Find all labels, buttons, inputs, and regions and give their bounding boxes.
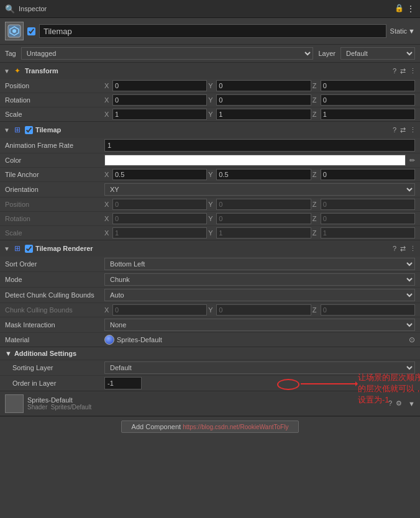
renderer-active-checkbox[interactable] — [25, 245, 33, 253]
sprite-shader-text: Shader Sprites/Default — [27, 404, 385, 411]
additional-settings-chevron[interactable]: ▼ — [5, 350, 12, 357]
renderer-settings-icon[interactable]: ⇄ — [400, 245, 406, 253]
anchor-z-input[interactable] — [321, 169, 415, 180]
detect-chunk-culling-row: Detect Chunk Culling Bounds Auto — [0, 288, 420, 303]
transform-menu-icon[interactable]: ⋮ — [409, 67, 416, 75]
tpos-z-label: Z — [313, 201, 320, 208]
additional-settings-header: ▼ Additional Settings — [0, 347, 420, 360]
tscale-z-label: Z — [313, 229, 320, 237]
transform-help-icon[interactable]: ? — [393, 67, 396, 75]
mask-interaction-select[interactable]: None — [104, 319, 415, 331]
renderer-help-icon[interactable]: ? — [393, 245, 396, 252]
color-field[interactable] — [104, 155, 406, 166]
tscale-y-input — [216, 227, 311, 239]
tilemap-active-checkbox[interactable] — [25, 126, 33, 134]
orientation-label: Orientation — [5, 186, 104, 193]
anchor-y-input[interactable] — [216, 169, 311, 180]
orientation-select[interactable]: XY — [104, 183, 415, 196]
detect-chunk-select[interactable]: Auto — [104, 289, 415, 301]
renderer-chevron[interactable]: ▼ — [4, 245, 10, 252]
rot-y-input[interactable] — [216, 94, 311, 106]
order-in-layer-input[interactable] — [104, 377, 142, 389]
material-label: Material — [5, 336, 104, 343]
add-component-label: Add Component — [132, 423, 181, 430]
material-sphere-icon — [104, 335, 114, 345]
transform-header: ▼ ✦ Transform ? ⇄ ⋮ — [0, 63, 420, 79]
scale-x-input[interactable] — [112, 109, 207, 120]
anim-frame-rate-label: Animation Frame Rate — [5, 142, 104, 149]
pos-y-input[interactable] — [216, 80, 311, 91]
pos-z-label: Z — [313, 82, 320, 89]
annotation-arrow — [301, 383, 357, 384]
tilemap-menu-icon[interactable]: ⋮ — [409, 126, 416, 134]
additional-settings-section: ▼ Additional Settings Sorting Layer Defa… — [0, 347, 420, 391]
tag-label: Tag — [5, 50, 16, 57]
static-dropdown-icon[interactable]: ▼ — [408, 27, 415, 35]
gameobject-name-input[interactable] — [39, 24, 386, 38]
transform-settings-icon[interactable]: ⇄ — [400, 67, 406, 75]
chunk-x-label: X — [104, 306, 112, 314]
renderer-title: Tilemap Renderer — [35, 245, 390, 252]
layer-select[interactable]: Default — [340, 47, 415, 60]
rot-x-input[interactable] — [112, 94, 207, 106]
title-bar: 🔍 Inspector 🔒 ⋮ — [0, 0, 420, 18]
scale-z-input[interactable] — [321, 109, 415, 120]
lock-icon[interactable]: 🔒 — [395, 4, 404, 14]
mode-select[interactable]: Chunk — [104, 273, 415, 286]
transform-rotation-label: Rotation — [5, 96, 104, 104]
rot-y-label: Y — [208, 96, 216, 104]
pos-x-input[interactable] — [112, 80, 207, 91]
eyedropper-icon[interactable]: ✏ — [409, 157, 415, 165]
trot-z-label: Z — [313, 215, 320, 222]
anim-frame-rate-input[interactable] — [104, 139, 415, 152]
tpos-x-input — [112, 199, 207, 210]
tpos-y-input — [216, 199, 311, 210]
add-component-bar: Add Component https://blog.csdn.net/Rook… — [0, 416, 420, 437]
material-value-container: Sprites-Default ⊙ — [104, 335, 415, 345]
chunk-culling-label: Chunk Culling Bounds — [5, 306, 104, 314]
rot-x-label: X — [104, 96, 112, 104]
tag-layer-row: Tag Untagged Layer Default — [0, 45, 420, 63]
pos-z-input[interactable] — [321, 80, 415, 91]
anim-frame-rate-row: Animation Frame Rate — [0, 138, 420, 153]
gameobject-header: Static ▼ — [0, 18, 420, 45]
transform-position-label: Position — [5, 82, 104, 89]
scale-z-label: Z — [313, 111, 320, 118]
tilemap-help-icon[interactable]: ? — [393, 126, 396, 134]
anchor-x-input[interactable] — [112, 169, 207, 180]
rot-z-input[interactable] — [321, 94, 415, 106]
anchor-x-label: X — [104, 171, 112, 178]
sprite-info: Sprites-Default Shader Sprites/Default — [27, 396, 385, 411]
material-target-icon[interactable]: ⊙ — [409, 335, 415, 344]
mode-row: Mode Chunk — [0, 272, 420, 288]
watermark-text: https://blog.csdn.net/RookieWantToFly — [183, 424, 288, 430]
tpos-y-label: Y — [208, 201, 216, 208]
layer-label: Layer — [318, 50, 336, 57]
transform-icon: ✦ — [12, 66, 22, 76]
color-label: Color — [5, 157, 104, 164]
renderer-menu-icon[interactable]: ⋮ — [409, 245, 416, 253]
annotation-oval — [277, 379, 299, 390]
material-row: Material Sprites-Default ⊙ — [0, 333, 420, 347]
scale-y-input[interactable] — [216, 109, 311, 120]
sorting-layer-label: Sorting Layer — [5, 364, 104, 371]
tilemap-settings-icon[interactable]: ⇄ — [400, 126, 406, 134]
sort-order-select[interactable]: Bottom Left — [104, 258, 415, 270]
menu-icon[interactable]: ⋮ — [406, 4, 415, 14]
transform-chevron[interactable]: ▼ — [4, 68, 10, 75]
scale-y-label: Y — [208, 111, 216, 118]
tilemap-chevron[interactable]: ▼ — [4, 127, 10, 134]
sort-order-label: Sort Order — [5, 260, 104, 268]
tag-select[interactable]: Untagged — [21, 47, 314, 60]
tilemap-renderer-header: ▼ ⊞ Tilemap Renderer ? ⇄ ⋮ — [0, 240, 420, 257]
trot-x-input — [112, 213, 207, 224]
additional-settings-title: Additional Settings — [14, 350, 76, 357]
gameobject-active-checkbox[interactable] — [27, 27, 35, 35]
inspector-icon: 🔍 — [5, 4, 15, 14]
sorting-layer-row: Sorting Layer Default — [0, 360, 420, 376]
color-row: Color ✏ — [0, 153, 420, 168]
add-component-button[interactable]: Add Component https://blog.csdn.net/Rook… — [121, 420, 299, 433]
chunk-y-input — [216, 304, 311, 316]
tilemap-actions: ? ⇄ ⋮ — [393, 126, 416, 134]
static-label: Static — [390, 27, 408, 35]
